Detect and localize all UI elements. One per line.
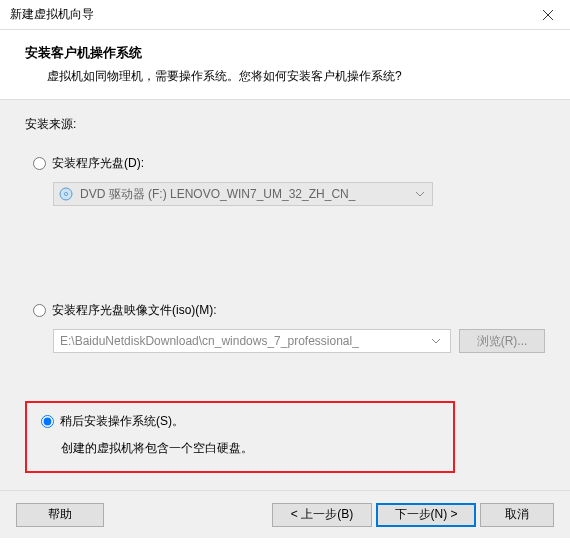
wizard-header: 安装客户机操作系统 虚拟机如同物理机，需要操作系统。您将如何安装客户机操作系统? (0, 30, 570, 100)
browse-button[interactable]: 浏览(R)... (459, 329, 545, 353)
radio-iso-row[interactable]: 安装程序光盘映像文件(iso)(M): (33, 302, 545, 319)
iso-path-text: E:\BaiduNetdiskDownload\cn_windows_7_pro… (60, 334, 428, 348)
chevron-down-icon (428, 339, 444, 344)
radio-later-row[interactable]: 稍后安装操作系统(S)。 (41, 413, 439, 430)
option-disc: 安装程序光盘(D): DVD 驱动器 (F:) LENOVO_WIN7_UM_3… (25, 155, 545, 206)
radio-iso-label: 安装程序光盘映像文件(iso)(M): (52, 302, 217, 319)
header-desc: 虚拟机如同物理机，需要操作系统。您将如何安装客户机操作系统? (47, 68, 545, 85)
svg-point-3 (65, 193, 68, 196)
close-icon (543, 10, 553, 20)
next-button[interactable]: 下一步(N) > (376, 503, 476, 527)
wizard-footer: 帮助 < 上一步(B) 下一步(N) > 取消 (0, 490, 570, 538)
option-later-highlight: 稍后安装操作系统(S)。 创建的虚拟机将包含一个空白硬盘。 (25, 401, 455, 473)
wizard-body: 安装来源: 安装程序光盘(D): DVD 驱动器 (F:) LENOVO_WIN… (0, 100, 570, 538)
chevron-down-icon (412, 192, 428, 197)
radio-disc[interactable] (33, 157, 46, 170)
disc-dropdown[interactable]: DVD 驱动器 (F:) LENOVO_WIN7_UM_32_ZH_CN_ (53, 182, 433, 206)
titlebar: 新建虚拟机向导 (0, 0, 570, 30)
close-button[interactable] (525, 0, 570, 30)
radio-later[interactable] (41, 415, 54, 428)
header-title: 安装客户机操作系统 (25, 44, 545, 62)
help-button[interactable]: 帮助 (16, 503, 104, 527)
window-title: 新建虚拟机向导 (10, 6, 94, 23)
option-iso: 安装程序光盘映像文件(iso)(M): E:\BaiduNetdiskDownl… (25, 302, 545, 353)
disc-dropdown-text: DVD 驱动器 (F:) LENOVO_WIN7_UM_32_ZH_CN_ (80, 186, 412, 203)
radio-iso[interactable] (33, 304, 46, 317)
disc-icon (58, 186, 74, 202)
cancel-button[interactable]: 取消 (480, 503, 554, 527)
radio-disc-label: 安装程序光盘(D): (52, 155, 144, 172)
radio-later-label: 稍后安装操作系统(S)。 (60, 413, 184, 430)
back-button[interactable]: < 上一步(B) (272, 503, 372, 527)
source-label: 安装来源: (25, 116, 545, 133)
later-desc: 创建的虚拟机将包含一个空白硬盘。 (61, 440, 439, 457)
iso-path-dropdown[interactable]: E:\BaiduNetdiskDownload\cn_windows_7_pro… (53, 329, 451, 353)
radio-disc-row[interactable]: 安装程序光盘(D): (33, 155, 545, 172)
